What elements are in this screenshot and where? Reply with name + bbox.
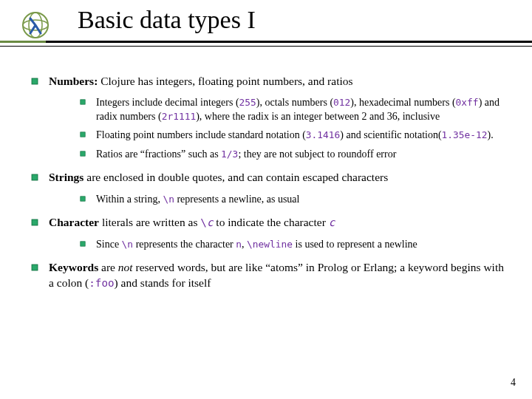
- svg-rect-11: [32, 265, 38, 270]
- square-bullet-icon: [31, 219, 38, 226]
- title-rule-thick: [0, 41, 532, 43]
- title-rule-thin: [0, 46, 532, 47]
- bullet-level2: Integers include decimal integers (255),…: [80, 96, 505, 123]
- sub-list: Integers include decimal integers (255),…: [49, 96, 505, 161]
- bullet-level2: Within a string, \n represents a newline…: [80, 193, 505, 206]
- bullet-text: Integers include decimal integers (255),…: [96, 97, 499, 121]
- svg-rect-10: [81, 242, 85, 246]
- square-bullet-icon: [80, 132, 86, 137]
- square-bullet-icon: [80, 241, 86, 247]
- svg-rect-8: [81, 197, 85, 201]
- bullet-level1: Character literals are written as \c to …: [31, 215, 505, 251]
- svg-rect-5: [81, 132, 85, 137]
- bullet-level2: Ratios are “fractions” such as 1/3; they…: [80, 148, 505, 161]
- slide-header: Basic data types I: [0, 0, 532, 56]
- bullet-level1: Strings are enclosed in double quotes, a…: [31, 170, 505, 206]
- square-bullet-icon: [80, 151, 86, 157]
- bullet-text: Since \n represents the character n, \ne…: [96, 239, 417, 250]
- bullet-text: Ratios are “fractions” such as 1/3; they…: [96, 149, 396, 160]
- bullet-level2: Since \n represents the character n, \ne…: [80, 238, 505, 251]
- square-bullet-icon: [31, 78, 38, 85]
- square-bullet-icon: [31, 264, 38, 271]
- svg-rect-7: [32, 174, 38, 180]
- bullet-text: Strings are enclosed in double quotes, a…: [49, 171, 388, 183]
- svg-rect-3: [32, 78, 38, 84]
- svg-rect-6: [81, 151, 85, 156]
- square-bullet-icon: [80, 196, 86, 202]
- slide-body: Numbers: Clojure has integers, floating …: [0, 56, 532, 290]
- bullet-text: Within a string, \n represents a newline…: [96, 194, 299, 205]
- svg-rect-4: [81, 100, 85, 104]
- square-bullet-icon: [31, 174, 38, 181]
- sub-list: Since \n represents the character n, \ne…: [49, 238, 505, 251]
- bullet-level1: Keywords are not reserved words, but are…: [31, 260, 505, 290]
- bullet-text: Keywords are not reserved words, but are…: [49, 261, 504, 288]
- lambda-logo: [21, 9, 50, 41]
- page-number: 4: [511, 377, 516, 389]
- square-bullet-icon: [80, 99, 86, 105]
- bullet-text: Floating point numbers include standard …: [96, 129, 494, 140]
- bullet-text: Numbers: Clojure has integers, floating …: [49, 75, 353, 87]
- svg-rect-9: [32, 219, 38, 225]
- sub-list: Within a string, \n represents a newline…: [49, 193, 505, 206]
- bullet-level2: Floating point numbers include standard …: [80, 129, 505, 142]
- slide-title: Basic data types I: [78, 6, 256, 34]
- bullet-level1: Numbers: Clojure has integers, floating …: [31, 74, 505, 161]
- bullet-text: Character literals are written as \c to …: [49, 216, 335, 228]
